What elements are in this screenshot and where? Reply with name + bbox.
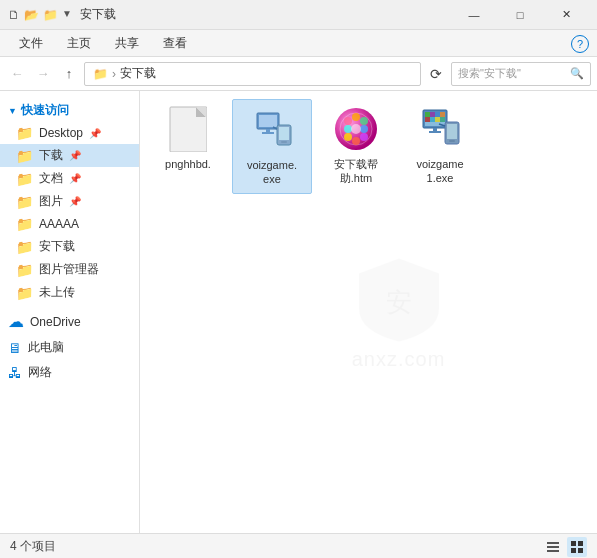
sidebar-item-thispc[interactable]: 🖥 此电脑 [0, 335, 139, 360]
svg-rect-43 [578, 541, 583, 546]
svg-point-15 [352, 113, 360, 121]
grid-view-icon [570, 540, 584, 554]
sidebar-drive-label: 网络 [28, 364, 52, 381]
svg-point-18 [360, 133, 368, 141]
close-button[interactable]: ✕ [543, 0, 589, 30]
sidebar-item-unuploaded[interactable]: 📁 未上传 [0, 281, 139, 304]
quick-access-collapse-icon[interactable]: ▼ [8, 106, 17, 116]
item-count: 4 个项目 [10, 538, 56, 555]
svg-point-14 [344, 117, 352, 125]
sidebar-item-pictures[interactable]: 📁 图片 📌 [0, 190, 139, 213]
file-item-pnghhbd[interactable]: pnghhbd. [148, 99, 228, 194]
svg-rect-42 [571, 541, 576, 546]
quick-access-header: ▼ 快速访问 [0, 99, 139, 122]
tab-home[interactable]: 主页 [56, 30, 102, 56]
window-title: 安下载 [80, 6, 451, 23]
svg-point-21 [344, 125, 352, 133]
search-icon: 🔍 [570, 67, 584, 80]
back-button[interactable]: ← [6, 63, 28, 85]
folder-icon: 📁 [16, 262, 33, 278]
file-item-help[interactable]: 安下载帮 助.htm [316, 99, 396, 194]
path-separator: › [112, 67, 116, 81]
minimize-button[interactable]: — [451, 0, 497, 30]
quick-access-dropdown[interactable]: ▼ [62, 8, 72, 22]
tab-file[interactable]: 文件 [8, 30, 54, 56]
sidebar-drive-label: 此电脑 [28, 339, 64, 356]
sidebar-item-label: 安下载 [39, 238, 75, 255]
grid-view-button[interactable] [567, 537, 587, 557]
pin-icon: 📌 [69, 150, 81, 161]
svg-rect-27 [435, 112, 440, 117]
computer-icon: 🖥 [8, 340, 22, 356]
sidebar: ▼ 快速访问 📁 Desktop 📌 📁 下载 📌 📁 文档 📌 📁 图片 [0, 91, 140, 533]
svg-rect-26 [430, 112, 435, 117]
ribbon-tabs: 文件 主页 共享 查看 ? [0, 30, 597, 56]
search-box[interactable]: 搜索"安下载" 🔍 [451, 62, 591, 86]
file-icon-container [416, 105, 464, 153]
help-icon[interactable]: ? [571, 35, 589, 53]
pin-icon: 📌 [69, 173, 81, 184]
file-icon-container [164, 105, 212, 153]
file-item-voizgame1[interactable]: voizgame 1.exe [400, 99, 480, 194]
svg-rect-31 [435, 117, 440, 122]
status-bar: 4 个项目 [0, 533, 597, 558]
svg-rect-32 [440, 117, 445, 122]
file-item-voizgame[interactable]: voizgame. exe [232, 99, 312, 194]
forward-button[interactable]: → [32, 63, 54, 85]
sidebar-item-network[interactable]: 🖧 网络 [0, 360, 139, 385]
svg-rect-41 [547, 550, 559, 552]
file-name: 安下载帮 助.htm [334, 157, 378, 186]
svg-rect-25 [425, 112, 430, 117]
network-icon: 🖧 [8, 365, 22, 381]
sidebar-item-picture-manager[interactable]: 📁 图片管理器 [0, 258, 139, 281]
search-placeholder: 搜索"安下载" [458, 66, 566, 81]
maximize-button[interactable]: □ [497, 0, 543, 30]
sidebar-item-label: 文档 [39, 170, 63, 187]
folder-icon: 📁 [16, 194, 33, 210]
svg-rect-9 [279, 127, 289, 140]
pin-icon: 📌 [89, 128, 101, 139]
sidebar-item-aaaaa[interactable]: 📁 AAAAA [0, 213, 139, 235]
watermark: 安 anxz.com [349, 254, 449, 371]
quick-access-section: ▼ 快速访问 📁 Desktop 📌 📁 下载 📌 📁 文档 📌 📁 图片 [0, 99, 139, 304]
sidebar-item-anzaixia[interactable]: 📁 安下载 [0, 235, 139, 258]
title-bar-quick-icons: 🗋 📂 📁 ▼ [8, 8, 72, 22]
quick-access-icon2: 📂 [24, 8, 39, 22]
svg-point-16 [360, 117, 368, 125]
folder-icon: 📁 [16, 125, 33, 141]
file-name: voizgame 1.exe [416, 157, 463, 186]
file-grid: pnghhbd. [148, 99, 589, 194]
sidebar-item-documents[interactable]: 📁 文档 📌 [0, 167, 139, 190]
address-path[interactable]: 📁 › 安下载 [84, 62, 421, 86]
tab-share[interactable]: 共享 [104, 30, 150, 56]
address-bar: ← → ↑ 📁 › 安下载 ⟳ 搜索"安下载" 🔍 [0, 57, 597, 91]
sidebar-item-desktop[interactable]: 📁 Desktop 📌 [0, 122, 139, 144]
file-icon-container [248, 106, 296, 154]
svg-rect-7 [262, 132, 274, 134]
refresh-button[interactable]: ⟳ [425, 63, 447, 85]
file-name: voizgame. exe [247, 158, 297, 187]
tab-view[interactable]: 查看 [152, 30, 198, 56]
folder-icon: 📁 [16, 148, 33, 164]
drives-section: ☁ OneDrive 🖥 此电脑 🖧 网络 [0, 308, 139, 385]
file-name: pnghhbd. [165, 157, 211, 171]
title-bar: 🗋 📂 📁 ▼ 安下载 — □ ✕ [0, 0, 597, 30]
path-current: 安下载 [120, 65, 156, 82]
file-list: 安 anxz.com pnghhbd. [140, 91, 597, 533]
path-folder-icon: 📁 [93, 67, 108, 81]
list-view-button[interactable] [543, 537, 563, 557]
svg-rect-30 [430, 117, 435, 122]
up-button[interactable]: ↑ [58, 63, 80, 85]
folder-icon: 📁 [16, 171, 33, 187]
svg-point-17 [360, 125, 368, 133]
sidebar-item-onedrive[interactable]: ☁ OneDrive [0, 308, 139, 335]
sidebar-item-downloads[interactable]: 📁 下载 📌 [0, 144, 139, 167]
onedrive-icon: ☁ [8, 312, 24, 331]
svg-rect-6 [266, 129, 270, 132]
sidebar-item-label: AAAAA [39, 217, 79, 231]
list-view-icon [546, 540, 560, 554]
svg-rect-5 [259, 115, 277, 127]
svg-rect-34 [429, 131, 441, 133]
file-icon-container [332, 105, 380, 153]
svg-text:安: 安 [386, 288, 412, 317]
